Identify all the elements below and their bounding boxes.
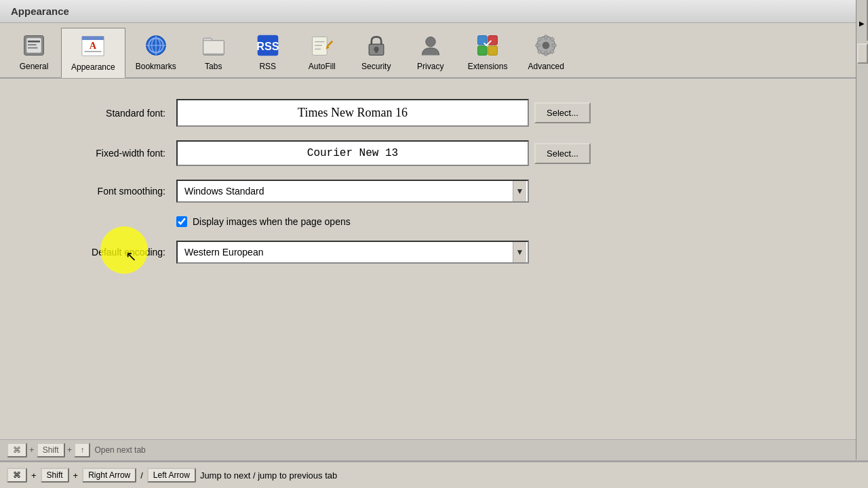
toolbar-label-privacy: Privacy — [417, 62, 443, 71]
modifier-key-badge: ⌘ — [7, 443, 27, 458]
standard-font-display: Times New Roman 16 — [176, 99, 529, 127]
toolbar-label-advanced: Advanced — [528, 62, 564, 71]
toolbar-item-appearance[interactable]: A Appearance — [61, 28, 125, 78]
scrollbar-thumb[interactable] — [857, 43, 868, 64]
content-area: ↖ Standard font: Times New Roman 16 Sele… — [0, 79, 868, 439]
plus-sep2: + — [73, 470, 79, 481]
rss-icon: RSS — [254, 32, 281, 59]
fixed-font-label: Fixed-width font: — [27, 148, 176, 159]
toolbar-item-advanced[interactable]: Advanced — [517, 27, 574, 77]
right-arrow-key-badge: Right Arrow — [82, 468, 136, 483]
default-encoding-row: Default encoding: Western European Unico… — [27, 241, 841, 264]
default-encoding-dropdown[interactable]: Western European Unicode (UTF-8) Chinese… — [176, 241, 529, 264]
svg-point-26 — [426, 37, 435, 46]
arrow-up-key-badge: ↑ — [74, 443, 90, 458]
dialog-title: Appearance — [11, 5, 69, 17]
autofill-icon — [309, 32, 336, 59]
toolbar-label-bookmarks: Bookmarks — [136, 62, 176, 71]
preferences-dialog: Appearance General A — [0, 0, 868, 488]
standard-font-label: Standard font: — [27, 108, 176, 119]
appearance-icon: A — [79, 33, 106, 60]
left-arrow-key-badge: Left Arrow — [147, 468, 196, 483]
toolbar-item-extensions[interactable]: Extensions — [458, 27, 518, 77]
svg-rect-3 — [28, 44, 37, 45]
bottom-shortcut-bar: ⌘ + Shift + Right Arrow / Left Arrow Jum… — [0, 461, 868, 488]
standard-font-select-button[interactable]: Select... — [534, 102, 591, 123]
toolbar-label-general: General — [20, 62, 49, 71]
advanced-icon — [532, 32, 559, 59]
svg-rect-36 — [536, 44, 540, 47]
font-smoothing-row: Font smoothing: Windows Standard Light M… — [27, 180, 841, 203]
svg-rect-27 — [478, 36, 488, 45]
standard-font-row: Standard font: Times New Roman 16 Select… — [27, 99, 841, 127]
toolbar-item-privacy[interactable]: Privacy — [403, 27, 458, 77]
svg-rect-37 — [552, 44, 556, 47]
toolbar-label-tabs: Tabs — [205, 62, 222, 71]
display-images-label: Display images when the page opens — [193, 216, 351, 227]
shift-key-badge2: Shift — [41, 468, 69, 483]
security-icon — [363, 32, 390, 59]
svg-rect-25 — [375, 49, 378, 52]
shortcut-bar-container: ⌘ + Shift + ↑ Open next tab ⌘ + Shift + … — [0, 439, 868, 488]
toolbar-item-general[interactable]: General — [7, 27, 61, 77]
default-encoding-dropdown-wrapper: Western European Unicode (UTF-8) Chinese… — [176, 241, 529, 264]
display-images-checkbox[interactable] — [176, 216, 187, 227]
toolbar-item-autofill[interactable]: AutoFill — [295, 27, 349, 77]
toolbar: General A Appearance — [0, 23, 868, 79]
svg-rect-2 — [28, 41, 40, 43]
toolbar-label-autofill: AutoFill — [309, 62, 336, 71]
svg-rect-34 — [545, 35, 547, 39]
toolbar-item-rss[interactable]: RSS RSS — [241, 27, 295, 77]
font-smoothing-label: Font smoothing: — [27, 186, 176, 197]
extensions-icon — [474, 32, 501, 59]
fixed-font-row: Fixed-width font: Courier New 13 Select.… — [27, 140, 841, 166]
toolbar-label-rss: RSS — [259, 62, 276, 71]
fixed-font-select-button[interactable]: Select... — [534, 143, 591, 164]
font-smoothing-dropdown[interactable]: Windows Standard Light Medium Strong Non… — [176, 180, 529, 203]
svg-rect-30 — [488, 46, 498, 56]
slash-sep: / — [140, 470, 143, 481]
bookmarks-icon — [142, 32, 170, 59]
prev-shortcut-row: ⌘ + Shift + ↑ Open next tab — [0, 440, 868, 461]
svg-rect-35 — [545, 52, 547, 56]
default-encoding-label: Default encoding: — [27, 247, 176, 258]
scroll-right-icon: ▶ — [859, 20, 865, 27]
general-icon — [20, 32, 47, 59]
shift-key-badge: Shift — [37, 443, 65, 458]
svg-rect-28 — [488, 36, 498, 45]
toolbar-item-bookmarks[interactable]: Bookmarks — [125, 27, 186, 77]
svg-text:RSS: RSS — [256, 40, 279, 52]
prev-shortcut-desc: Open next tab — [94, 445, 145, 455]
svg-text:A: A — [90, 40, 97, 51]
side-scrollbar[interactable] — [856, 41, 868, 460]
toolbar-label-appearance: Appearance — [71, 62, 115, 72]
toolbar-item-tabs[interactable]: Tabs — [186, 27, 241, 77]
svg-rect-29 — [478, 46, 488, 56]
title-bar: Appearance — [0, 0, 868, 23]
toolbar-label-security: Security — [361, 62, 391, 71]
shortcut-desc: Jump to next / jump to previous tab — [200, 470, 337, 481]
svg-rect-4 — [28, 47, 37, 49]
toolbar-label-extensions: Extensions — [468, 62, 508, 71]
prev-shortcut-icons: ⌘ + Shift + ↑ — [7, 443, 90, 458]
svg-point-33 — [542, 42, 550, 49]
tabs-icon — [200, 32, 227, 59]
toolbar-item-security[interactable]: Security — [349, 27, 403, 77]
cmd-key-badge: ⌘ — [7, 468, 27, 483]
font-smoothing-dropdown-wrapper: Windows Standard Light Medium Strong Non… — [176, 180, 529, 203]
svg-rect-8 — [85, 51, 102, 52]
plus-separator: + — [29, 445, 36, 455]
privacy-icon — [417, 32, 444, 59]
display-images-row: Display images when the page opens — [27, 216, 841, 227]
fixed-font-display: Courier New 13 — [176, 140, 529, 166]
svg-rect-19 — [312, 37, 327, 55]
plus-sep1: + — [31, 470, 37, 481]
plus-separator2: + — [67, 445, 74, 455]
svg-rect-16 — [203, 41, 224, 54]
